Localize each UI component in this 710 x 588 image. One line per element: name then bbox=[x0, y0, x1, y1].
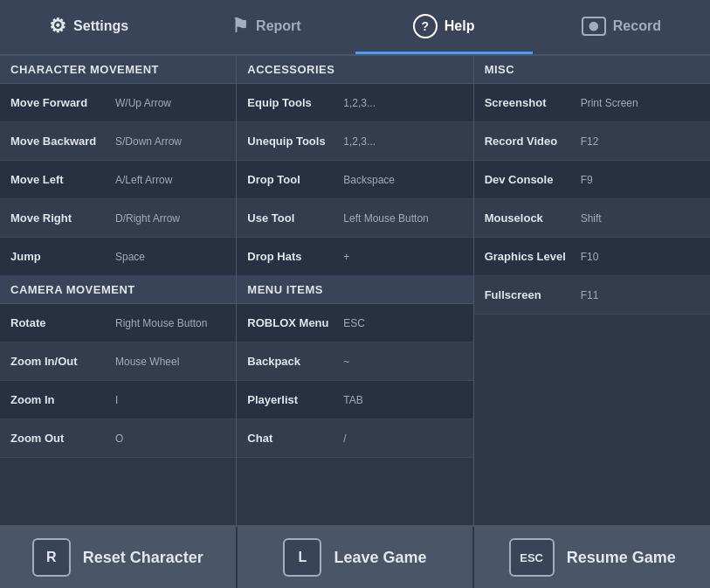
key-jump: Space bbox=[115, 251, 225, 263]
action-playerlist: Playerlist bbox=[247, 393, 343, 406]
main-content: Character Movement Move Forward W/Up Arr… bbox=[0, 56, 710, 525]
keybind-drop-hats: Drop Hats + bbox=[237, 238, 472, 276]
nav-record-label: Record bbox=[613, 18, 661, 34]
keybind-move-right: Move Right D/Right Arrow bbox=[0, 199, 236, 238]
action-equip-tools: Equip Tools bbox=[247, 96, 343, 109]
key-fullscreen: F11 bbox=[581, 289, 700, 301]
nav-settings-label: Settings bbox=[73, 18, 128, 34]
action-dev-console: Dev Console bbox=[485, 173, 581, 186]
keybind-move-left: Move Left A/Left Arrow bbox=[0, 161, 236, 199]
action-roblox-menu: ROBLOX Menu bbox=[247, 316, 343, 329]
key-zoom-in: I bbox=[115, 394, 225, 406]
keybind-dev-console: Dev Console F9 bbox=[474, 161, 710, 199]
keybind-move-backward: Move Backward S/Down Arrow bbox=[0, 122, 236, 161]
keybind-graphics-level: Graphics Level F10 bbox=[474, 238, 710, 276]
keybind-jump: Jump Space bbox=[0, 238, 236, 276]
action-chat: Chat bbox=[247, 432, 343, 445]
action-jump: Jump bbox=[10, 250, 115, 263]
keybind-rotate: Rotate Right Mouse Button bbox=[0, 304, 236, 342]
action-zoom-out: Zoom Out bbox=[10, 432, 115, 445]
action-move-forward: Move Forward bbox=[10, 96, 115, 109]
nav-report[interactable]: ⚑ Report bbox=[177, 0, 355, 54]
keybind-equip-tools: Equip Tools 1,2,3... bbox=[237, 84, 472, 122]
column-accessories: Accessories Equip Tools 1,2,3... Unequip… bbox=[237, 56, 473, 525]
keybind-mouselock: Mouselock Shift bbox=[474, 199, 710, 238]
report-icon: ⚑ bbox=[231, 15, 249, 38]
keybind-zoom-inout: Zoom In/Out Mouse Wheel bbox=[0, 342, 236, 381]
key-screenshot: Print Screen bbox=[581, 97, 700, 109]
key-record-video: F12 bbox=[581, 135, 700, 148]
settings-icon: ⚙ bbox=[49, 15, 66, 38]
resume-game-button[interactable]: ESC Resume Game bbox=[474, 527, 710, 588]
key-roblox-menu: ESC bbox=[343, 317, 462, 329]
action-move-left: Move Left bbox=[10, 173, 115, 186]
key-graphics-level: F10 bbox=[581, 251, 700, 263]
help-icon: ? bbox=[413, 14, 438, 38]
keybind-zoom-out: Zoom Out O bbox=[0, 419, 236, 458]
column-misc: Misc Screenshot Print Screen Record Vide… bbox=[474, 56, 710, 525]
keybind-fullscreen: Fullscreen F11 bbox=[474, 276, 710, 315]
key-backpack: ~ bbox=[343, 356, 462, 368]
key-drop-hats: + bbox=[343, 251, 462, 263]
leave-key-badge: L bbox=[283, 538, 321, 577]
key-rotate: Right Mouse Button bbox=[115, 317, 225, 329]
top-nav: ⚙ Settings ⚑ Report ? Help ⬤ Record bbox=[0, 0, 710, 56]
action-fullscreen: Fullscreen bbox=[485, 288, 581, 301]
action-zoom-inout: Zoom In/Out bbox=[10, 355, 115, 368]
action-backpack: Backpack bbox=[247, 355, 343, 368]
action-move-backward: Move Backward bbox=[10, 135, 115, 148]
action-screenshot: Screenshot bbox=[485, 96, 581, 109]
nav-report-label: Report bbox=[256, 18, 301, 34]
keybind-unequip-tools: Unequip Tools 1,2,3... bbox=[237, 122, 472, 161]
key-drop-tool: Backspace bbox=[343, 174, 462, 186]
nav-settings[interactable]: ⚙ Settings bbox=[0, 0, 177, 54]
nav-help[interactable]: ? Help bbox=[355, 0, 533, 54]
key-mouselock: Shift bbox=[581, 212, 700, 225]
keybind-record-video: Record Video F12 bbox=[474, 122, 710, 161]
keybind-screenshot: Screenshot Print Screen bbox=[474, 84, 710, 122]
character-movement-header: Character Movement bbox=[0, 56, 236, 84]
reset-character-button[interactable]: R Reset Character bbox=[0, 527, 238, 588]
keybind-playerlist: Playerlist TAB bbox=[237, 381, 472, 419]
keybind-drop-tool: Drop Tool Backspace bbox=[237, 161, 472, 199]
action-drop-hats: Drop Hats bbox=[247, 250, 343, 263]
key-unequip-tools: 1,2,3... bbox=[343, 135, 462, 148]
key-zoom-inout: Mouse Wheel bbox=[115, 356, 225, 368]
misc-header: Misc bbox=[474, 56, 710, 84]
key-equip-tools: 1,2,3... bbox=[343, 97, 462, 109]
keybind-backpack: Backpack ~ bbox=[237, 342, 472, 381]
nav-help-label: Help bbox=[445, 18, 475, 34]
key-move-left: A/Left Arrow bbox=[115, 174, 225, 186]
reset-key-badge: R bbox=[32, 538, 71, 577]
action-move-right: Move Right bbox=[10, 211, 115, 225]
leave-game-button[interactable]: L Leave Game bbox=[238, 527, 475, 588]
column-movement: Character Movement Move Forward W/Up Arr… bbox=[0, 56, 237, 525]
action-rotate: Rotate bbox=[10, 316, 115, 329]
nav-record[interactable]: ⬤ Record bbox=[533, 0, 710, 54]
key-chat: / bbox=[343, 432, 462, 445]
action-mouselock: Mouselock bbox=[485, 211, 581, 225]
record-icon: ⬤ bbox=[582, 17, 606, 36]
action-unequip-tools: Unequip Tools bbox=[247, 135, 343, 148]
bottom-bar: R Reset Character L Leave Game ESC Resum… bbox=[0, 525, 710, 588]
menu-items-header: Menu Items bbox=[237, 276, 472, 304]
resume-key-badge: ESC bbox=[509, 538, 555, 577]
action-graphics-level: Graphics Level bbox=[485, 250, 581, 263]
key-dev-console: F9 bbox=[581, 174, 700, 186]
key-zoom-out: O bbox=[115, 432, 225, 445]
reset-character-label: Reset Character bbox=[83, 549, 203, 567]
accessories-header: Accessories bbox=[237, 56, 472, 84]
action-drop-tool: Drop Tool bbox=[247, 173, 343, 186]
keybind-zoom-in: Zoom In I bbox=[0, 381, 236, 419]
key-move-forward: W/Up Arrow bbox=[115, 97, 225, 109]
action-record-video: Record Video bbox=[485, 135, 581, 148]
resume-game-label: Resume Game bbox=[567, 549, 676, 567]
key-use-tool: Left Mouse Button bbox=[343, 212, 462, 225]
key-playerlist: TAB bbox=[343, 394, 462, 406]
key-move-right: D/Right Arrow bbox=[115, 212, 225, 225]
keybind-use-tool: Use Tool Left Mouse Button bbox=[237, 199, 472, 238]
camera-movement-header: Camera Movement bbox=[0, 276, 236, 304]
action-zoom-in: Zoom In bbox=[10, 393, 115, 406]
action-use-tool: Use Tool bbox=[247, 211, 343, 225]
leave-game-label: Leave Game bbox=[334, 549, 426, 567]
